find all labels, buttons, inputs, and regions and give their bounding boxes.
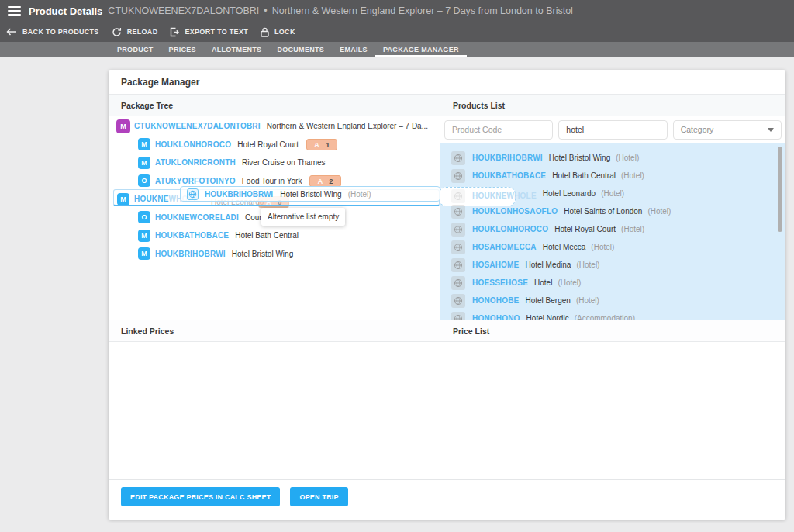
button-strip: EDIT PACKAGE PRICES IN CALC SHEET OPEN T…: [109, 479, 785, 520]
tab-allotments[interactable]: ALLOTMENTS: [204, 42, 270, 57]
product-name: Hotel Mecca: [543, 243, 586, 251]
product-icon: [451, 294, 465, 308]
product-category: (Hotel): [616, 154, 639, 162]
tree-node-code: HOUKLONHOROCO: [155, 140, 231, 149]
node-type-icon: O: [138, 211, 150, 223]
product-list-item[interactable]: HOSAHOMEHotel Medina(Hotel): [440, 256, 785, 274]
alternatives-badge: A1: [306, 139, 337, 150]
product-name: Hotel: [534, 278, 552, 287]
product-icon: [451, 223, 465, 237]
price-list-panel: Price List: [440, 320, 785, 479]
product-category: (Hotel): [558, 278, 581, 287]
reload-icon: [112, 27, 122, 37]
tree-node-name: Hotel Bristol Wing: [232, 250, 293, 258]
linked-prices-panel: Linked Prices: [109, 320, 440, 479]
product-icon: [451, 258, 465, 272]
tree-node-name: River Cruise on Thames: [242, 158, 326, 167]
product-icon: [451, 151, 465, 165]
tree-row[interactable]: MHOUKLONHOROCOHotel Royal CourtA1: [109, 136, 440, 154]
tooltip: Alternative list empty: [261, 208, 345, 226]
node-type-icon: M: [138, 247, 150, 260]
product-name: Hotel Saints of London: [564, 207, 642, 216]
product-category: (Hotel): [647, 207, 671, 216]
product-code: HOESSEHOSE: [472, 278, 528, 287]
product-name: Hotel Bristol Wing: [549, 154, 610, 162]
tree-row[interactable]: MATUKLONRICRONTHRiver Cruise on Thames: [109, 154, 440, 172]
products-list-panel: Products List Category HOUKBRIHOBRWIHote…: [440, 95, 785, 320]
product-icon: [451, 240, 465, 254]
product-icon: [451, 312, 465, 320]
tab-prices[interactable]: PRICES: [161, 42, 204, 57]
product-category: (Hotel): [621, 171, 644, 180]
product-list-item[interactable]: HOSAHOMECCAHotel Mecca(Hotel): [440, 238, 785, 256]
product-name: Hotel Bergen: [526, 296, 571, 305]
product-name: Hotel Leonardo: [543, 189, 596, 198]
reload-button[interactable]: RELOAD: [112, 27, 158, 37]
product-list-item[interactable]: HONOHOBEHotel Bergen(Hotel): [440, 292, 785, 309]
open-trip-button[interactable]: OPEN TRIP: [290, 487, 347, 506]
product-icon: [187, 188, 198, 200]
product-list-item[interactable]: HONOHONOHotel Nordic(Accommodation): [440, 309, 785, 320]
tree-row[interactable]: MHOUKBRIHOBRWIHotel Bristol Wing: [109, 245, 440, 264]
app-header: Product Details CTUKNOWEENEX7DALONTOBRI …: [0, 0, 794, 22]
node-type-icon: O: [138, 174, 150, 187]
price-list-header: Price List: [440, 320, 785, 342]
tabbar: PRODUCTPRICESALLOTMENTSDOCUMENTSEMAILSPA…: [0, 42, 794, 57]
product-code: HOSAHOME: [472, 261, 520, 269]
back-arrow-icon: [6, 28, 17, 36]
back-to-products-button[interactable]: BACK TO PRODUCTS: [6, 28, 99, 36]
export-to-text-button[interactable]: EXPORT TO TEXT: [170, 27, 248, 37]
tree-node-name: Northern & Western England Explorer – 7 …: [267, 122, 428, 130]
tree-node-code: CTUKNOWEENEX7DALONTOBRI: [134, 122, 261, 130]
tab-product[interactable]: PRODUCT: [109, 42, 161, 57]
node-type-icon: M: [116, 119, 130, 133]
tab-documents[interactable]: DOCUMENTS: [269, 42, 332, 57]
product-code: HONOHOBE: [472, 296, 520, 305]
node-type-icon: M: [138, 157, 150, 169]
product-category: (Accommodation): [575, 314, 635, 320]
package-tree-panel: Package Tree Hotel Leonardo A0 HOUKBRIHO…: [109, 95, 440, 320]
product-name: Hotel Nordic: [526, 314, 569, 320]
product-icon: [451, 205, 465, 219]
product-search-input[interactable]: [558, 120, 667, 140]
products-filters: Category: [440, 116, 785, 143]
tree-node-name: Hotel Bath Central: [235, 231, 299, 240]
tree-node-code: ATUKLONRICRONTH: [155, 158, 236, 167]
lock-icon: [261, 27, 269, 37]
linked-prices-header: Linked Prices: [109, 320, 440, 342]
node-type-icon: M: [117, 193, 129, 206]
tab-package-manager[interactable]: PACKAGE MANAGER: [375, 42, 467, 57]
tree-row[interactable]: MCTUKNOWEENEX7DALONTOBRINorthern & Weste…: [109, 117, 440, 136]
product-list-item[interactable]: HOUKLONHOROCOHotel Royal Court(Hotel): [440, 220, 785, 238]
product-list-item[interactable]: HOESSEHOSEHotel(Hotel): [440, 274, 785, 292]
tab-emails[interactable]: EMAILS: [332, 42, 375, 57]
edit-package-prices-button[interactable]: EDIT PACKAGE PRICES IN CALC SHEET: [121, 487, 280, 506]
product-category: (Hotel): [601, 189, 624, 198]
drag-preview: HOUKBRIHOBRWI Hotel Bristol Wing (Hotel): [180, 186, 440, 202]
chevron-down-icon: [768, 128, 774, 132]
product-code-input[interactable]: [444, 120, 553, 140]
tree-node-code: HOUKNEWCORELADI: [155, 213, 239, 222]
products-list-header: Products List: [440, 95, 785, 116]
product-code: HOSAHOMECCA: [472, 243, 537, 251]
product-list-item[interactable]: HOUKBATHOBACEHotel Bath Central(Hotel): [440, 167, 785, 185]
product-icon: [451, 189, 465, 203]
scrollbar[interactable]: [778, 147, 782, 232]
product-list-item[interactable]: HOUKNEWHOLEHotel Leonardo(Hotel): [440, 185, 785, 202]
alternatives-badge: A2: [309, 175, 340, 187]
product-list-item[interactable]: HOUKLONHOSAOFLOHotel Saints of London(Ho…: [440, 202, 785, 220]
product-list-item[interactable]: HOUKBRIHOBRWIHotel Bristol Wing(Hotel): [440, 149, 785, 167]
product-category: (Hotel): [576, 296, 599, 305]
menu-icon[interactable]: [8, 6, 21, 16]
lock-button[interactable]: LOCK: [261, 27, 295, 37]
app-toolbar: BACK TO PRODUCTS RELOAD EXPORT TO TEXT L…: [0, 22, 794, 42]
card-title: Package Manager: [109, 70, 785, 95]
tree-row[interactable]: MHOUKBATHOBACEHotel Bath Central: [109, 226, 440, 245]
category-select[interactable]: Category: [673, 120, 782, 140]
tree-node-code: HOUKBRIHOBRWI: [155, 250, 226, 258]
product-icon: [451, 276, 465, 290]
tree-node-code: ATUKYORFOTOINYO: [155, 177, 236, 185]
product-code: HOUKLONHOROCO: [472, 225, 548, 233]
node-type-icon: M: [138, 138, 150, 150]
product-code: CTUKNOWEENEX7DALONTOBRI: [108, 5, 259, 16]
